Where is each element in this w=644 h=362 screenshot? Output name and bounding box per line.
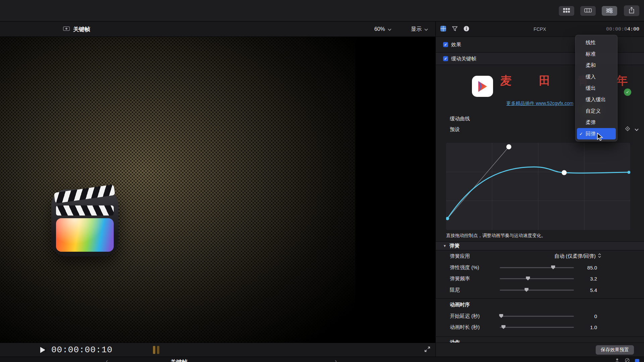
easing-curve-graph[interactable] (446, 143, 630, 230)
timeline-clip-title[interactable]: 关键帧 (170, 358, 187, 362)
prohibited-icon[interactable] (625, 358, 630, 362)
spring-header-label: 弹簧 (449, 243, 460, 249)
keyframe-icon (63, 26, 70, 32)
plugin-logo (472, 76, 493, 97)
start-delay-row: 开始延迟 (秒) 0 (436, 310, 644, 321)
chevron-down-icon (388, 26, 391, 32)
spring-mode-value: 自动 (仅柔弹/回弹) (554, 253, 596, 259)
menu-item-soft-bounce[interactable]: 柔弹 (577, 117, 616, 128)
share-icon (629, 7, 635, 15)
expand-arrows-icon (424, 349, 431, 354)
curve-section-label: 缓动曲线 (450, 116, 470, 122)
easing-checkbox[interactable]: ✓ (443, 56, 448, 61)
verified-badge: ✓ (624, 88, 631, 96)
audio-meter-left (153, 346, 155, 354)
display-menu[interactable]: 显示 (411, 26, 428, 33)
spring-mode-popup[interactable]: 自动 (仅柔弹/回弹) (554, 253, 601, 259)
fcpx-window: 关键帧 60% 显示 (0, 0, 644, 362)
preset-dropdown-menu: 线性 标准 柔和 缓入 缓出 缓入缓出 自定义 柔弹 回弹 (575, 35, 618, 141)
duration-row: 动画时长 (秒) 1.0 (436, 321, 644, 333)
viewer-canvas (0, 37, 435, 343)
viewer-header: 关键帧 60% 显示 (0, 21, 435, 37)
slider-thumb[interactable] (551, 265, 555, 269)
param-label: 弹性强度 (%) (450, 264, 479, 270)
param-value[interactable]: 5.4 (590, 287, 597, 293)
person-icon[interactable] (615, 358, 620, 362)
menu-item-custom[interactable]: 自定义 (577, 105, 616, 117)
viewer-timecode[interactable]: 00:00:00:10 (51, 345, 113, 355)
clapper-bar (56, 205, 114, 216)
final-cut-pro-app-icon (51, 189, 118, 256)
param-label: 弹簧应用 (450, 253, 470, 259)
timeline-view-button[interactable] (580, 6, 596, 16)
menu-item-ease-in-out[interactable]: 缓入缓出 (577, 94, 616, 105)
fullscreen-button[interactable] (424, 346, 431, 354)
zoom-value: 60% (374, 26, 385, 32)
timecode-bright: 4:00 (627, 26, 639, 32)
param-label: 阻尼 (450, 287, 460, 293)
chevron-down-icon (424, 26, 428, 32)
param-value[interactable]: 1.0 (590, 324, 597, 330)
browser-view-button[interactable] (559, 6, 574, 16)
plugin-brand-text: 麦 田 青 年 (500, 73, 640, 88)
timing-header: 动画时序 (450, 302, 470, 308)
chevron-down-icon[interactable] (635, 126, 639, 132)
menu-item-linear[interactable]: 线性 (577, 37, 616, 48)
nav-forward-icon[interactable]: › (335, 358, 337, 362)
audio-meters (153, 346, 159, 354)
add-keyframe-icon[interactable] (625, 126, 630, 133)
share-button[interactable] (624, 5, 639, 16)
sliders-icon (606, 8, 613, 14)
effects-checkbox[interactable]: ✓ (443, 42, 448, 47)
play-button[interactable] (40, 347, 46, 353)
param-value[interactable]: 85.0 (587, 264, 597, 270)
zoom-menu[interactable]: 60% (374, 26, 391, 32)
elasticity-slider[interactable] (500, 267, 574, 268)
save-preset-button[interactable]: 保存效果预置 (596, 345, 634, 355)
start-delay-slider[interactable] (500, 316, 574, 317)
effects-label: 效果 (451, 42, 461, 48)
disclosure-triangle-icon[interactable]: ▼ (443, 244, 446, 248)
popup-stepper-icon (598, 253, 601, 259)
preset-label: 预设 (450, 126, 460, 133)
param-label: 开始延迟 (秒) (450, 313, 480, 319)
section-separator (436, 337, 644, 337)
curve-hint-text: 直接拖动控制点，调整动画节奏与运动速度变化。 (446, 233, 546, 239)
menu-item-rebound[interactable]: 回弹 (577, 128, 616, 139)
slider-thumb[interactable] (525, 288, 529, 292)
param-label: 弹簧频率 (450, 275, 470, 282)
elasticity-row: 弹性强度 (%) 85.0 (436, 262, 644, 273)
audio-meter-right (157, 346, 159, 354)
top-toolbar (0, 0, 644, 21)
inspector-view-button[interactable] (602, 6, 617, 16)
param-value[interactable]: 3.2 (590, 276, 597, 281)
param-label: 动画时长 (秒) (450, 324, 480, 330)
viewer-title: 关键帧 (73, 25, 90, 33)
menu-item-ease-out[interactable]: 缓出 (577, 82, 616, 94)
slider-thumb[interactable] (499, 314, 503, 318)
menu-item-soft[interactable]: 柔和 (577, 60, 616, 71)
menu-item-standard[interactable]: 标准 (577, 48, 616, 60)
timeline-strip: ‹ 关键帧 › (0, 357, 644, 362)
display-label: 显示 (411, 26, 422, 33)
control-point-2[interactable] (562, 170, 567, 175)
mouse-cursor (597, 133, 604, 143)
spring-section-header[interactable]: ▼ 弹簧 (436, 241, 644, 250)
rainbow-screen (56, 218, 114, 252)
damping-slider[interactable] (500, 290, 574, 291)
spring-mode-row: 弹簧应用 自动 (仅柔弹/回弹) (436, 250, 644, 261)
slider-thumb[interactable] (501, 325, 505, 329)
param-value[interactable]: 0 (594, 313, 597, 319)
slider-thumb[interactable] (526, 277, 530, 281)
viewer-transport-bar: 00:00:00:10 (0, 343, 435, 357)
nav-back-icon[interactable]: ‹ (106, 358, 108, 362)
frequency-slider[interactable] (500, 278, 574, 279)
menu-item-ease-in[interactable]: 缓入 (577, 71, 616, 82)
easing-label: 缓动关键帧 (451, 56, 476, 62)
section-separator (436, 298, 644, 299)
duration-slider[interactable] (500, 327, 574, 328)
grid-icon (563, 8, 570, 14)
timecode-dim: 00:00:0 (606, 26, 627, 32)
control-point-1[interactable] (506, 144, 512, 149)
blue-app-icon[interactable] (635, 359, 639, 362)
